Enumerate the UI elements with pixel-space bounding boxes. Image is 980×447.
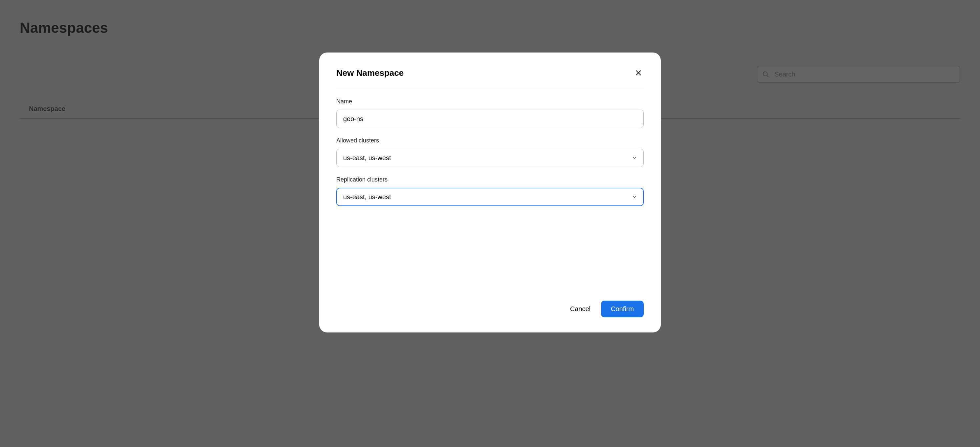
modal-footer: Cancel Confirm (336, 215, 644, 317)
modal-header: New Namespace (336, 68, 644, 89)
close-button[interactable] (633, 68, 644, 78)
allowed-clusters-select-wrapper: us-east, us-west (336, 149, 644, 167)
replication-clusters-label: Replication clusters (336, 176, 644, 183)
replication-clusters-group: Replication clusters us-east, us-west (336, 176, 644, 206)
name-label: Name (336, 98, 644, 105)
allowed-clusters-select[interactable]: us-east, us-west (336, 149, 644, 167)
modal-body: Name Allowed clusters us-east, us-west R… (336, 89, 644, 215)
allowed-clusters-label: Allowed clusters (336, 137, 644, 144)
allowed-clusters-value: us-east, us-west (343, 154, 391, 162)
modal-title: New Namespace (336, 68, 404, 78)
replication-clusters-select[interactable]: us-east, us-west (336, 188, 644, 206)
allowed-clusters-group: Allowed clusters us-east, us-west (336, 137, 644, 167)
confirm-button[interactable]: Confirm (601, 301, 644, 317)
replication-clusters-value: us-east, us-west (343, 193, 391, 201)
replication-clusters-select-wrapper: us-east, us-west (336, 188, 644, 206)
name-group: Name (336, 98, 644, 128)
modal-overlay: New Namespace Name Allowed clusters us- (0, 0, 980, 447)
cancel-button[interactable]: Cancel (568, 301, 593, 317)
new-namespace-modal: New Namespace Name Allowed clusters us- (319, 52, 661, 333)
name-input[interactable] (336, 109, 644, 128)
close-icon (635, 69, 643, 77)
